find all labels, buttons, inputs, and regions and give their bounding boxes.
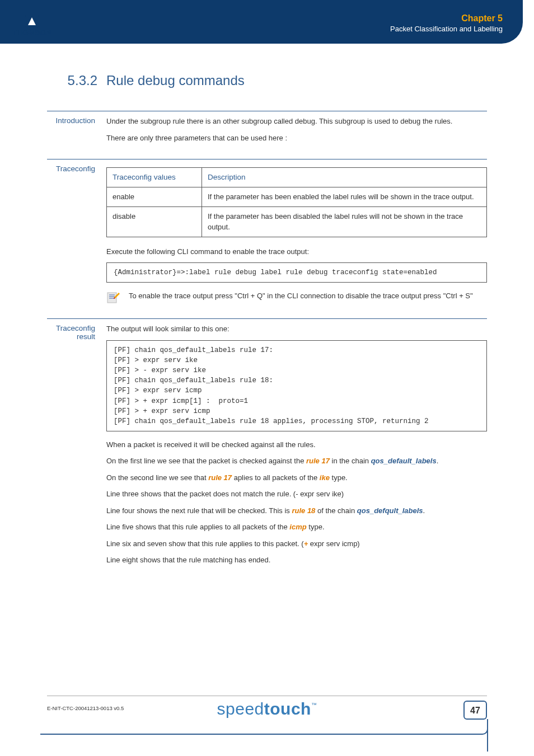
result-p5: Line three shows that the packet does no…: [106, 489, 487, 500]
introduction-block: Introduction Under the subgroup rule the…: [47, 111, 487, 149]
em-ike: ike: [320, 473, 330, 482]
traceconfig-code: {Administrator}=>:label rule debug label…: [106, 262, 487, 283]
traceconfig-result-content: The output will look similar to this one…: [106, 323, 487, 571]
brand-bold: touch: [264, 699, 311, 718]
section-heading: 5.3.2 Rule debug commands: [47, 73, 487, 88]
page-number: 47: [463, 701, 487, 720]
section-title: Rule debug commands: [106, 73, 245, 88]
thomson-logo: THOMSON: [12, 15, 51, 37]
traceconfig-label: Traceconfig: [47, 164, 106, 308]
result-p6: Line four shows the next rule that will …: [106, 505, 487, 516]
thomson-logo-icon: [25, 15, 39, 28]
em-rule18: rule 18: [292, 506, 315, 515]
introduction-label: Introduction: [47, 116, 106, 149]
introduction-content: Under the subgroup rule there is an othe…: [106, 116, 487, 149]
cell-desc: If the parameter has been disabled the l…: [202, 206, 487, 237]
em-chain2: qos_defqult_labels: [357, 506, 423, 515]
traceconfig-content: Traceconfig values Description enable If…: [106, 164, 487, 308]
chapter-label: Chapter 5: [390, 13, 503, 24]
result-code: [PF] chain qos_default_labels rule 17: […: [106, 340, 487, 431]
em-rule17-2: rule 17: [208, 473, 232, 482]
note-row: To enable the trace output press "Ctrl +…: [106, 290, 487, 304]
note-icon: [106, 290, 121, 304]
trademark-icon: ™: [311, 702, 317, 708]
intro-p1: Under the subgroup rule there is an othe…: [106, 116, 487, 127]
em-icmp: icmp: [289, 523, 306, 531]
table-header-values: Traceconfig values: [107, 168, 202, 187]
em-chain: qos_default_labels: [371, 457, 437, 465]
header-bar: Chapter 5 Packet Classification and Labe…: [0, 0, 523, 44]
decorative-line: [487, 719, 488, 752]
note-text: To enable the trace output press "Ctrl +…: [129, 290, 487, 302]
thomson-logo-text: THOMSON: [12, 29, 51, 37]
traceconfig-result-block: Traceconfig result The output will look …: [47, 318, 487, 571]
result-p2: When a packet is received it will be che…: [106, 439, 487, 450]
decorative-curve: [40, 729, 488, 735]
result-p1: The output will look similar to this one…: [106, 323, 487, 335]
traceconfig-result-label: Traceconfig result: [47, 323, 106, 571]
intro-p2: There are only three parameters that can…: [106, 133, 487, 144]
header-right: Chapter 5 Packet Classification and Labe…: [390, 13, 503, 33]
cell-value: disable: [107, 206, 202, 237]
result-p4: On the second line we see that rule 17 a…: [106, 472, 487, 483]
result-p7: Line five shows that this rule applies t…: [106, 522, 487, 533]
result-p3: On the first line we see that the packet…: [106, 456, 487, 467]
doc-id: E-NIT-CTC-20041213-0013 v0.5: [47, 705, 124, 711]
footer-brand: speedtouch™: [217, 699, 317, 719]
footer: E-NIT-CTC-20041213-0013 v0.5 speedtouch™…: [47, 696, 487, 722]
brand-thin: speed: [217, 699, 264, 718]
result-p8: Line six and seven show that this rule a…: [106, 538, 487, 550]
traceconfig-block: Traceconfig Traceconfig values Descripti…: [47, 159, 487, 308]
cell-value: enable: [107, 187, 202, 207]
section-number: 5.3.2: [47, 73, 106, 88]
table-row: enable If the parameter has been enabled…: [107, 187, 487, 207]
result-p9: Line eight shows that the rule matching …: [106, 555, 487, 566]
traceconfig-table: Traceconfig values Description enable If…: [106, 167, 487, 237]
table-row: disable If the parameter has been disabl…: [107, 206, 487, 237]
table-header-description: Description: [202, 168, 487, 187]
traceconfig-p1: Execute the following CLI command to ena…: [106, 246, 487, 257]
cell-desc: If the parameter has been enabled the la…: [202, 187, 487, 207]
em-rule17: rule 17: [306, 457, 330, 465]
chapter-subtitle: Packet Classification and Labelling: [390, 25, 503, 33]
